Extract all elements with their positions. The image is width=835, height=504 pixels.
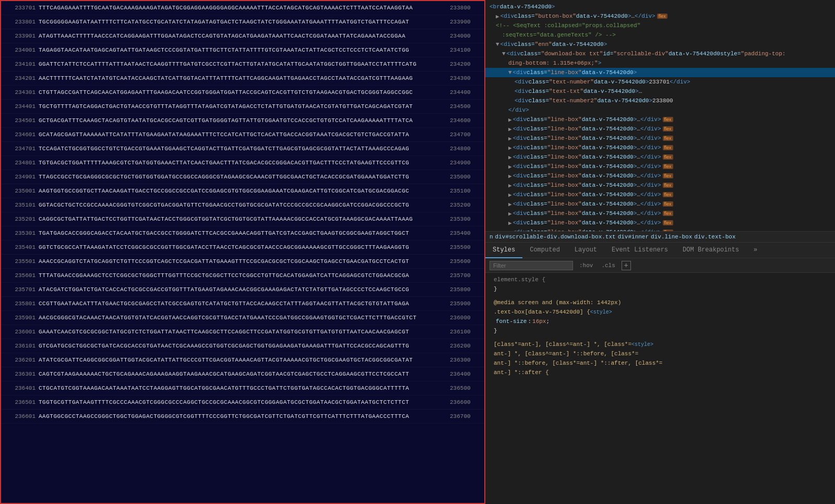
sequence-row: 235101GGTACGCTGCTCCGCCAAAACGGGTGTCGGCGTG… (1, 198, 484, 212)
dom-tree: <br data-v-754420d0>▶ <div class="button… (485, 0, 835, 231)
left-line-number: 235201 (1, 216, 39, 222)
dom-tree-line[interactable]: <div class="text-number" data-v-754420d0… (485, 77, 835, 87)
dom-tree-line[interactable]: ▼ <div class="enn" data-v-754420d0> (485, 40, 835, 49)
breadcrumb-item[interactable]: n (490, 234, 493, 240)
dom-tree-line[interactable]: ▶ <div class="line-box" data-v-754420d0>… (485, 152, 835, 162)
left-line-number: 235701 (1, 286, 39, 293)
sequence-row: 234301CTGTTAGCCGATTCAGCAACATGGAGAATTTGAA… (1, 86, 484, 100)
dom-tree-line[interactable]: <div class="text-number2" data-v-754420d… (485, 96, 835, 105)
right-line-number: 235700 (447, 272, 484, 279)
left-line-number: 236601 (1, 413, 39, 419)
dom-tree-line[interactable]: ▼ <div class="download-box txt" id="scro… (485, 49, 835, 58)
tab-more[interactable]: » (746, 243, 765, 258)
styles-content: element.style { } @media screen and (max… (485, 273, 835, 504)
dom-tree-line[interactable]: ▶ <div class="line-box" data-v-754420d0>… (485, 227, 835, 231)
sequence-text: GGATTCTATTCTCCATTTTATTTAATAACTCAAGGTTTTG… (39, 61, 447, 67)
right-line-number: 234300 (447, 75, 484, 81)
css-close: } (490, 326, 831, 335)
left-line-number: 236201 (1, 357, 39, 363)
right-line-number: 235400 (447, 230, 484, 236)
breadcrumb-item[interactable]: div.line-box (651, 234, 692, 240)
left-line-number: 235301 (1, 230, 39, 236)
sequence-row: 236101GTCGATGCGCTGGCGCTGATCACGCACCGTGATA… (1, 339, 484, 353)
sequence-row: 235701ATACGATCTGGATCTGATCACCACTGCGCCGACC… (1, 283, 484, 297)
close-brace: } (494, 328, 497, 334)
devtools-panel: <br data-v-754420d0>▶ <div class="button… (485, 0, 835, 504)
style-source[interactable]: <style> (590, 309, 612, 315)
sequence-row: 235201CAGGCGCTGATTATTGACTCCTGGTTCGATAACT… (1, 212, 484, 226)
left-line-number: 236101 (1, 343, 39, 349)
dom-tree-line[interactable]: ▶ <div class="line-box" data-v-754420d0>… (485, 190, 835, 199)
left-line-number: 233701 (1, 5, 39, 11)
dom-tree-line[interactable]: ▶ <div class="line-box" data-v-754420d0>… (485, 209, 835, 218)
tab-layout[interactable]: Layout (567, 243, 604, 258)
dom-tree-line[interactable]: ▼ <div class="line-box" data-v-754420d0> (485, 68, 835, 77)
left-line-number: 235601 (1, 272, 39, 279)
prop-value: 16px (532, 317, 546, 326)
dom-tree-line[interactable]: ▶ <div class="line-box" data-v-754420d0>… (485, 181, 835, 190)
cls-button[interactable]: .cls (599, 261, 617, 270)
dom-tree-line[interactable]: ▶ <div class="line-box" data-v-754420d0>… (485, 162, 835, 171)
dom-tree-line[interactable]: :seqTexts="data.geneTexts" /> --> (485, 30, 835, 40)
tab-styles[interactable]: Styles (485, 243, 522, 258)
element-style-block: element.style { } (490, 275, 831, 294)
sequence-text: CTGTTAGCCGATTCAGCAACATGGAGAATTTGAAGACAAT… (39, 89, 447, 95)
sequence-text: CTGCATGTCGGTAAAGACAATAAATAATCCTAAGGAGTTG… (39, 385, 447, 391)
prop-colon: : (528, 317, 531, 326)
tab-computed[interactable]: Computed (522, 243, 567, 258)
sequence-row: 236301CAGTCGTAAGAAAAAACTGCTGCAGAAACAGAAA… (1, 367, 484, 381)
left-line-number: 234501 (1, 117, 39, 124)
right-line-number: 236300 (447, 357, 484, 363)
ant-selector-cont3: ant-] *::after { (494, 369, 549, 376)
dom-tree-line[interactable]: ▶ <div class="line-box" data-v-754420d0>… (485, 218, 835, 227)
sequence-text: GGTCTGCGCCATTAAAGATATCCTCGGCGCGCCGGTTGGC… (39, 244, 447, 250)
dom-tree-line[interactable]: ▶ <div class="line-box" data-v-754420d0>… (485, 124, 835, 134)
left-line-number: 233901 (1, 33, 39, 39)
left-line-number: 234401 (1, 103, 39, 110)
sequence-text: CAGGCGCTGATTATTGACTCCTGGTTCGATAACTACCTGG… (39, 216, 447, 222)
sequence-text: TTTCAGAGAAATTTTGCAATGACAAAGAAAGATAGATGCG… (39, 5, 447, 11)
dom-tree-line[interactable]: </div> (485, 105, 835, 115)
css-selector-line: .text-box[data-v-754420d0] { <style> (490, 307, 831, 317)
media-query-text: @media screen and (max-width: 1442px) (494, 299, 621, 306)
right-line-number: 236100 (447, 329, 484, 335)
tab-dom-breakpoints[interactable]: DOM Breakpoints (675, 243, 746, 258)
breadcrumb-item[interactable]: div#inner (618, 234, 649, 240)
left-line-number: 234201 (1, 75, 39, 81)
right-line-number: 234800 (447, 146, 484, 152)
element-style-selector: element.style { (490, 275, 831, 284)
dom-tree-line[interactable]: <br data-v-754420d0> (485, 2, 835, 11)
style-source[interactable]: <style> (631, 342, 653, 347)
right-line-number: 234100 (447, 47, 484, 53)
tab-event-listeners[interactable]: Event Listeners (604, 243, 675, 258)
dom-tree-line[interactable]: ▶ <div class="line-box" data-v-754420d0>… (485, 134, 835, 143)
pseudo-hover-button[interactable]: :hov (577, 261, 595, 270)
breadcrumb-item[interactable]: div#scrollable-div.download-box.txt (495, 234, 616, 240)
right-line-number: 234600 (447, 117, 484, 124)
filter-input[interactable] (490, 261, 573, 270)
right-line-number: 235100 (447, 188, 484, 194)
add-style-button[interactable]: + (622, 261, 631, 270)
sequence-text: TGGTGCGTTGATAAGTTTTCGCCCAAACGTCGGGCGCCCA… (39, 399, 447, 405)
dom-tree-line[interactable]: <div class="text-txt" data-v-754420d0>… (485, 87, 835, 96)
ant-selector-cont2: ant-] *::before, [class*=ant-] *::after,… (494, 360, 662, 366)
sequence-text: GGTACGCTGCTCCGCCAAAACGGGTGTCGGCGTGACGGAT… (39, 202, 447, 208)
dom-tree-line[interactable]: ▶ <div class="button-box" data-v-754420d… (485, 11, 835, 21)
dom-tree-line[interactable]: ding-bottom: 1.315e+06px;"> (485, 58, 835, 68)
left-line-number: 235001 (1, 188, 39, 194)
dom-tree-line[interactable]: ▶ <div class="line-box" data-v-754420d0>… (485, 143, 835, 152)
dom-tree-line[interactable]: ▶ <div class="line-box" data-v-754420d0>… (485, 115, 835, 124)
right-line-number: 236000 (447, 315, 484, 321)
breadcrumb-item[interactable]: div.text-box (694, 234, 735, 240)
right-line-number: 234700 (447, 131, 484, 138)
dom-tree-line[interactable]: ▶ <div class="line-box" data-v-754420d0>… (485, 199, 835, 209)
ant-selector-line3: ant-] *::before, [class*=ant-] *::after,… (490, 358, 831, 368)
prop-name: font-size (496, 317, 527, 326)
dom-tree-line[interactable]: <!-- <SeqText :collapsed="props.collapse… (485, 21, 835, 30)
sequence-row: 236201ATATCGCGATTCAGGCGGCGGATTGGTACGCATA… (1, 353, 484, 367)
sequence-row: 236601AAGTGGCGCCTAAGCCGGGCTGGCTGGAGACTGG… (1, 410, 484, 424)
dom-tree-line[interactable]: ▶ <div class="line-box" data-v-754420d0>… (485, 171, 835, 181)
sequence-text: GTCGATGCGCTGGCGCTGATCACGCACCGTGATAACTCGC… (39, 343, 447, 349)
right-line-number: 234500 (447, 103, 484, 110)
sequence-row: 236401CTGCATGTCGGTAAAGACAATAAATAATCCTAAG… (1, 381, 484, 395)
